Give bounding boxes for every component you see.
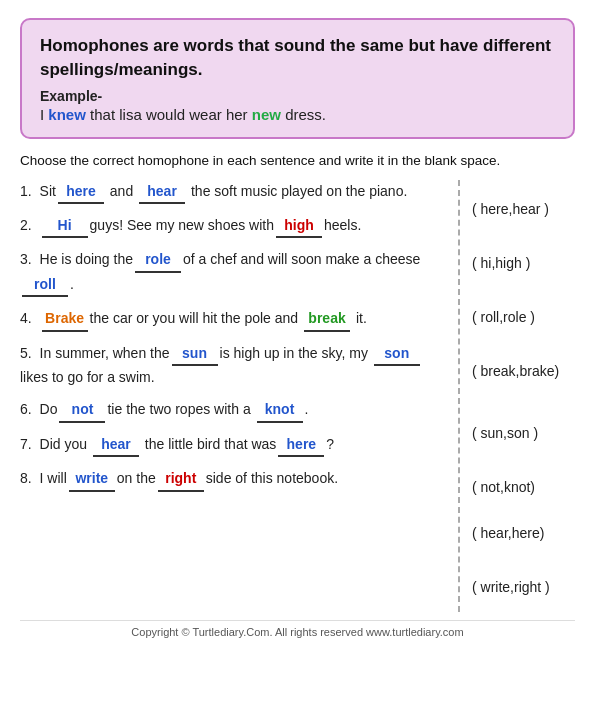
blank-1b: hear — [139, 180, 185, 204]
blank-5a: sun — [172, 342, 218, 366]
main-content: 1. Sithere and hear the soft music playe… — [20, 180, 575, 612]
answer-5: ( sun,son ) — [472, 396, 575, 466]
answer-6-text: ( not,knot) — [472, 479, 535, 495]
example-knew: knew — [48, 106, 86, 123]
answer-5-text: ( sun,son ) — [472, 425, 538, 441]
answer-8: ( write,right ) — [472, 558, 575, 612]
instruction: Choose the correct homophone in each sen… — [20, 153, 575, 168]
sentence-1: 1. Sithere and hear the soft music playe… — [20, 180, 448, 204]
example-label: Example- — [40, 88, 555, 104]
blank-4a: Brake — [42, 307, 88, 331]
answer-2: ( hi,high ) — [472, 234, 575, 288]
num-2: 2. — [20, 217, 32, 233]
blank-6b: knot — [257, 398, 303, 422]
blank-2b: high — [276, 214, 322, 238]
blank-3b: roll — [22, 273, 68, 297]
example-sentence: I knew that lisa would wear her new dres… — [40, 106, 555, 123]
answer-2-text: ( hi,high ) — [472, 255, 530, 271]
blank-5b: son — [374, 342, 420, 366]
num-3: 3. — [20, 251, 32, 267]
sentence-4: 4. Brakethe car or you will hit the pole… — [20, 307, 448, 331]
sentence-5: 5. In summer, when thesunis high up in t… — [20, 342, 448, 389]
sentence-6: 6. Donottie the two ropes with a knot. — [20, 398, 448, 422]
num-6: 6. — [20, 401, 32, 417]
blank-3a: role — [135, 248, 181, 272]
blank-8a: write — [69, 467, 115, 491]
num-5: 5. — [20, 345, 32, 361]
footer: Copyright © Turtlediary.Com. All rights … — [20, 620, 575, 638]
answer-3-text: ( roll,role ) — [472, 309, 535, 325]
blank-8b: right — [158, 467, 204, 491]
num-7: 7. — [20, 436, 32, 452]
answers-column: ( here,hear ) ( hi,high ) ( roll,role ) … — [460, 180, 575, 612]
answer-8-text: ( write,right ) — [472, 579, 550, 595]
sentences-column: 1. Sithere and hear the soft music playe… — [20, 180, 460, 612]
info-title: Homophones are words that sound the same… — [40, 34, 555, 82]
blank-2a: Hi — [42, 214, 88, 238]
blank-7a: hear — [93, 433, 139, 457]
answer-4-text: ( break,brake) — [472, 363, 559, 379]
answer-6: ( not,knot) — [472, 466, 575, 504]
blank-1a: here — [58, 180, 104, 204]
answer-1-text: ( here,hear ) — [472, 201, 549, 217]
blank-4b: break — [304, 307, 350, 331]
info-box: Homophones are words that sound the same… — [20, 18, 575, 139]
num-1: 1. — [20, 183, 32, 199]
blank-6a: not — [59, 398, 105, 422]
sentence-3: 3. He is doing theroleof a chef and will… — [20, 248, 448, 297]
answer-3: ( roll,role ) — [472, 288, 575, 342]
answer-7-text: ( hear,here) — [472, 525, 544, 541]
answer-7: ( hear,here) — [472, 504, 575, 558]
sentence-8: 8. I willwriteon therightside of this no… — [20, 467, 448, 491]
answer-1: ( here,hear ) — [472, 180, 575, 234]
sentence-7: 7. Did you hear the little bird that was… — [20, 433, 448, 457]
answer-4: ( break,brake) — [472, 342, 575, 396]
blank-7b: here — [278, 433, 324, 457]
example-new: new — [252, 106, 281, 123]
num-4: 4. — [20, 310, 32, 326]
num-8: 8. — [20, 470, 32, 486]
sentence-2: 2. Higuys! See my new shoes withhighheel… — [20, 214, 448, 238]
